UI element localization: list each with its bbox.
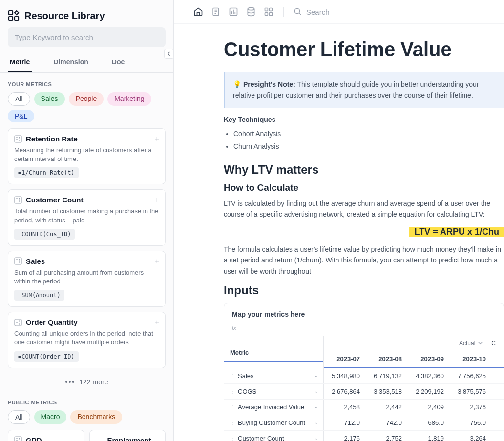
add-icon[interactable]: + — [155, 257, 159, 266]
data-cell[interactable]: 5,348,980 — [324, 368, 366, 383]
key-techniques-label: Key Techniques — [224, 116, 504, 123]
metric-row-label[interactable]: Average Invoiced Value⌄ — [224, 400, 324, 415]
metric-card[interactable]: Retention Rate+Measuring the returning r… — [8, 128, 166, 184]
chevron-down-icon: ⌄ — [315, 404, 318, 409]
table-row: Buying Customer Count⌄712.0742.0686.0756… — [224, 415, 504, 431]
add-icon[interactable]: + — [155, 196, 159, 204]
scenario-selector[interactable]: Actual C — [324, 336, 504, 350]
data-cell[interactable]: 3,353,518 — [366, 384, 408, 399]
fx-bar[interactable]: fx — [224, 322, 504, 336]
filter-chip[interactable]: All — [8, 410, 30, 424]
filter-chip[interactable]: P&L — [8, 110, 34, 122]
card-formula: =COUNTD(Cus_ID) — [14, 229, 75, 240]
svg-rect-3 — [15, 136, 21, 142]
bulb-icon: 💡 — [233, 80, 241, 88]
filter-chip[interactable]: Sales — [34, 92, 65, 106]
card-description: Measuring the returning rate of customer… — [14, 146, 159, 163]
chevron-down-icon: ⌄ — [315, 420, 318, 425]
card-title: Customer Count — [26, 196, 84, 204]
filter-chip[interactable]: People — [69, 92, 104, 106]
app-title: Resource Library — [24, 10, 105, 21]
metric-card[interactable]: Order Quantity+Counting all unique order… — [8, 312, 166, 368]
chevron-down-icon: ⌄ — [315, 389, 318, 394]
period-header[interactable]: 2023-09 — [408, 350, 450, 367]
filter-chip[interactable]: Macro — [34, 410, 67, 424]
note-box: 💡Presight's Note: This template should g… — [224, 72, 504, 108]
document-icon[interactable] — [211, 7, 221, 17]
card-title: Order Quantity — [26, 318, 78, 326]
data-cell[interactable]: 2,209,192 — [408, 384, 450, 399]
svg-rect-56 — [265, 13, 268, 16]
grid-header: Metric Actual C 2023-072023-082023-09202… — [224, 336, 504, 368]
data-cell[interactable]: 3,264 — [450, 431, 492, 441]
card-formula: =1/Churn Rate(t) — [14, 167, 79, 178]
chevron-down-icon: ⌄ — [315, 436, 318, 441]
add-icon[interactable]: + — [155, 318, 159, 327]
filter-chip[interactable]: Benchmarks — [70, 410, 122, 424]
period-header[interactable]: 2023-10 — [450, 350, 492, 367]
metric-row-label[interactable]: Buying Customer Count⌄ — [224, 415, 324, 430]
filter-chip[interactable]: Marketing — [107, 92, 151, 106]
metric-row-label[interactable]: COGS⌄ — [224, 384, 324, 399]
data-cell[interactable]: 6,719,132 — [366, 368, 408, 383]
data-cell[interactable]: 686.0 — [408, 415, 450, 430]
data-cell[interactable]: 4,382,360 — [408, 368, 450, 383]
calc-paragraph-1: LTV is calculated by finding out the ave… — [224, 198, 504, 220]
chevron-down-icon: ⌄ — [315, 373, 318, 378]
data-cell[interactable]: 7,756,625 — [450, 368, 492, 383]
filter-chip[interactable]: All — [8, 92, 30, 106]
period-header[interactable]: 2023-07 — [324, 350, 366, 367]
metric-row-label[interactable]: Sales⌄ — [224, 368, 324, 383]
database-icon[interactable] — [246, 7, 256, 17]
techniques-list: Cohort Analysis Churn Analysis — [224, 127, 504, 153]
data-cell[interactable]: 2,409 — [408, 400, 450, 415]
data-cell[interactable]: 1,819 — [408, 431, 450, 441]
add-icon[interactable]: + — [155, 135, 159, 143]
section-public-metrics-label: PUBLIC METRICS — [0, 391, 173, 410]
heading-why: Why LTV matters — [224, 163, 504, 177]
heading-how: How to Calculate — [224, 182, 504, 193]
svg-rect-10 — [15, 197, 21, 203]
card-title: GPD — [26, 436, 42, 441]
data-cell[interactable]: 742.0 — [366, 415, 408, 430]
data-cell[interactable]: 2,752 — [366, 431, 408, 441]
chart-icon[interactable] — [229, 7, 238, 17]
data-cell[interactable]: 2,376 — [450, 400, 492, 415]
topbar-search[interactable]: Search — [294, 7, 330, 16]
more-metrics-label: 122 more — [79, 378, 108, 386]
data-cell[interactable]: 756.0 — [450, 415, 492, 430]
metric-row-label[interactable]: Customer Count⌄ — [224, 431, 324, 441]
topbar-search-placeholder: Search — [306, 8, 330, 16]
tab-doc[interactable]: Doc — [110, 53, 126, 72]
metric-card[interactable]: Customer Count+Total number of customer … — [8, 189, 166, 245]
data-cell[interactable]: 2,442 — [366, 400, 408, 415]
data-cell[interactable]: 2,458 — [324, 400, 366, 415]
tab-metric[interactable]: Metric — [8, 53, 32, 72]
data-cell[interactable]: 712.0 — [324, 415, 366, 430]
metric-icon — [14, 196, 22, 204]
ltv-formula-text: LTV = ARPU x 1/Chu — [409, 227, 504, 237]
table-row: Sales⌄5,348,9806,719,1324,382,3607,756,6… — [224, 368, 504, 384]
calc-paragraph-2: The formula calculates a user's lifetime… — [224, 244, 504, 277]
table-row: Customer Count⌄2,1762,7521,8193,264 — [224, 431, 504, 441]
data-cell[interactable]: 3,875,576 — [450, 384, 492, 399]
period-header[interactable]: 2023-08 — [366, 350, 408, 367]
table-row: Average Invoiced Value⌄2,4582,4422,4092,… — [224, 400, 504, 415]
metric-card[interactable]: Employment RaMeasuring the returning rat… — [89, 430, 166, 441]
svg-point-53 — [248, 8, 254, 10]
apps-icon[interactable] — [264, 7, 273, 17]
more-metrics-row[interactable]: ••• 122 more — [0, 373, 173, 391]
sidebar-search-input[interactable]: Type Keyword to search — [8, 27, 166, 47]
home-icon[interactable] — [193, 7, 203, 17]
heading-inputs: Inputs — [224, 283, 504, 297]
svg-rect-57 — [270, 13, 273, 16]
data-cell[interactable]: 2,176 — [324, 431, 366, 441]
metric-column-header: Metric — [224, 336, 323, 362]
data-cell[interactable]: 2,676,864 — [324, 384, 366, 399]
sidebar-scroll[interactable]: YOUR METRICS AllSalesPeopleMarketingP&L … — [0, 73, 173, 441]
metric-icon — [14, 135, 22, 143]
collapse-sidebar-button[interactable] — [164, 49, 174, 59]
metric-card[interactable]: Sales+Sum of all purchasing amount from … — [8, 251, 166, 307]
metric-card[interactable]: GPDMeasuring the returning rate of custo… — [8, 430, 84, 441]
tab-dimension[interactable]: Dimension — [51, 53, 90, 72]
